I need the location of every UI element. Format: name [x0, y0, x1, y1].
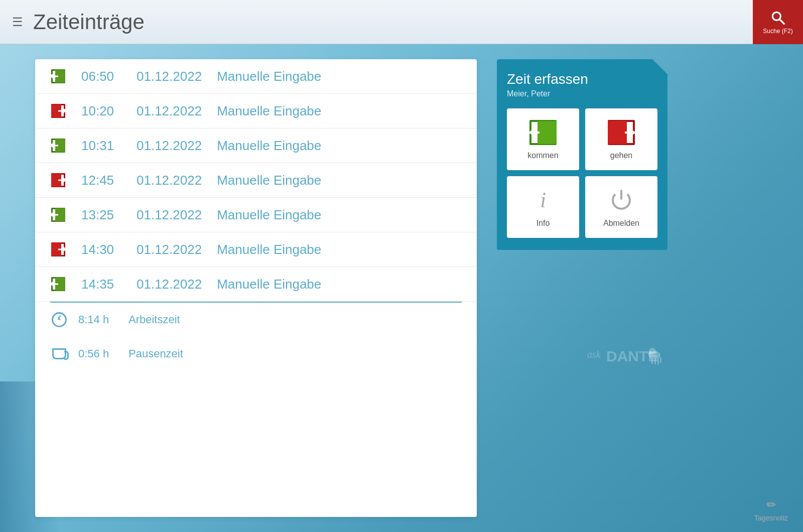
- svg-line-1: [780, 20, 784, 24]
- come-icon: [50, 207, 66, 223]
- search-icon: [770, 10, 786, 26]
- clock-icon: [50, 311, 68, 329]
- table-row[interactable]: 10:20 01.12.2022 Manuelle Eingabe: [35, 94, 477, 128]
- svg-rect-10: [660, 357, 661, 363]
- abmelden-label: Abmelden: [603, 219, 639, 228]
- entry-type: Manuelle Eingabe: [217, 69, 321, 84]
- svg-point-0: [772, 12, 780, 20]
- entry-date: 01.12.2022: [137, 207, 202, 223]
- entry-time: 10:20: [81, 103, 121, 119]
- gehen-button[interactable]: gehen: [585, 108, 657, 170]
- go-icon: [50, 241, 66, 257]
- abmelden-button[interactable]: Abmelden: [585, 176, 657, 238]
- entry-type: Manuelle Eingabe: [217, 242, 321, 257]
- entry-time: 14:35: [81, 277, 121, 292]
- main-content: 06:50 01.12.2022 Manuelle Eingabe 10:20 …: [0, 44, 803, 532]
- work-time-value: 8:14 h: [78, 313, 118, 326]
- right-panel: Zeit erfassen Meier, Peter kommen: [497, 59, 667, 517]
- kommen-button[interactable]: kommen: [507, 108, 579, 170]
- come-icon: [50, 68, 66, 84]
- zeit-card: Zeit erfassen Meier, Peter kommen: [497, 59, 667, 250]
- pencil-icon: ✏: [766, 498, 776, 512]
- table-row[interactable]: 10:31 01.12.2022 Manuelle Eingabe: [35, 128, 477, 163]
- entry-date: 01.12.2022: [137, 69, 202, 84]
- entry-type: Manuelle Eingabe: [217, 277, 321, 292]
- zeit-title: Zeit erfassen: [507, 71, 657, 87]
- coffee-icon: [50, 345, 68, 363]
- table-row[interactable]: 06:50 01.12.2022 Manuelle Eingabe: [35, 59, 477, 94]
- entry-date: 01.12.2022: [137, 277, 202, 292]
- table-row[interactable]: 12:45 01.12.2022 Manuelle Eingabe: [35, 163, 477, 198]
- info-label: Info: [537, 219, 550, 228]
- tagesnotiz-label: Tagesnotiz: [754, 514, 788, 522]
- pause-time-label: Pausenzeit: [128, 347, 183, 360]
- action-grid: kommen gehen i: [507, 108, 657, 238]
- dante-logo-svg: ask DANTE: [582, 340, 662, 370]
- zeit-user: Meier, Peter: [507, 89, 657, 98]
- page-title: Zeiteinträge: [33, 10, 145, 34]
- work-time-row: 8:14 h Arbeitszeit: [35, 303, 477, 337]
- svg-text:ask: ask: [587, 349, 601, 360]
- entry-type: Manuelle Eingabe: [217, 207, 321, 223]
- entry-time: 12:45: [81, 173, 121, 188]
- entry-type: Manuelle Eingabe: [217, 138, 321, 154]
- table-row[interactable]: 13:25 01.12.2022 Manuelle Eingabe: [35, 198, 477, 232]
- tagesnotiz-button[interactable]: ✏ Tagesnotiz: [754, 498, 788, 522]
- entry-time: 10:31: [81, 138, 121, 154]
- svg-rect-8: [654, 358, 656, 364]
- entry-time: 13:25: [81, 207, 121, 223]
- power-icon: [606, 186, 636, 214]
- kommen-label: kommen: [527, 151, 558, 160]
- entry-time: 06:50: [81, 69, 121, 84]
- pause-time-value: 0:56 h: [78, 347, 118, 360]
- search-label: Suche (F2): [763, 28, 792, 35]
- entry-date: 01.12.2022: [137, 103, 202, 119]
- come-icon: [50, 138, 66, 154]
- info-icon: i: [528, 186, 558, 214]
- header: ☰ Zeiteinträge Suche (F2): [0, 0, 803, 44]
- entries-panel: 06:50 01.12.2022 Manuelle Eingabe 10:20 …: [35, 59, 477, 517]
- pause-time-row: 0:56 h Pausenzeit: [35, 337, 477, 371]
- entry-date: 01.12.2022: [137, 242, 202, 257]
- entry-date: 01.12.2022: [137, 138, 202, 154]
- gehen-label: gehen: [610, 151, 633, 160]
- info-button[interactable]: i Info: [507, 176, 579, 238]
- entry-type: Manuelle Eingabe: [217, 173, 321, 188]
- go-icon: [50, 172, 66, 188]
- search-button[interactable]: Suche (F2): [753, 0, 803, 44]
- entry-time: 14:30: [81, 242, 121, 257]
- table-row[interactable]: 14:35 01.12.2022 Manuelle Eingabe: [35, 267, 477, 302]
- brand-logo: ask DANTE: [497, 340, 667, 372]
- come-icon: [50, 276, 66, 292]
- svg-rect-9: [657, 358, 659, 364]
- gehen-icon: [606, 118, 636, 146]
- hamburger-icon[interactable]: ☰: [12, 15, 23, 29]
- svg-rect-7: [651, 358, 653, 364]
- entry-type: Manuelle Eingabe: [217, 103, 321, 119]
- work-time-label: Arbeitszeit: [128, 313, 180, 326]
- go-icon: [50, 103, 66, 119]
- table-row[interactable]: 14:30 01.12.2022 Manuelle Eingabe: [35, 232, 477, 267]
- kommen-icon: [528, 118, 558, 146]
- entry-date: 01.12.2022: [137, 173, 202, 188]
